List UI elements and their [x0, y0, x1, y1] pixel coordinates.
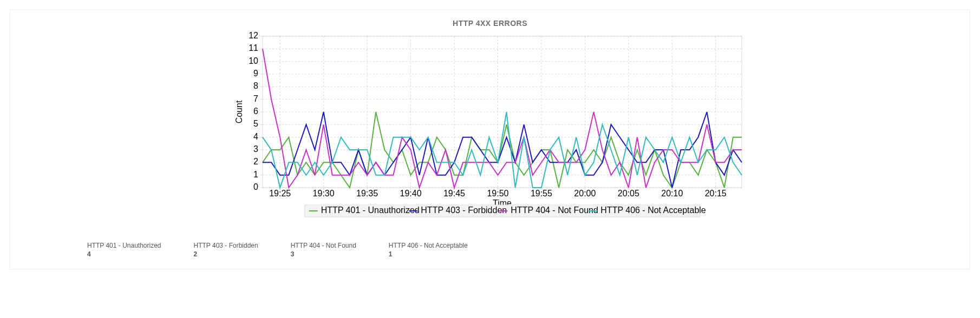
y-tick-label: 7 [253, 94, 258, 103]
x-tick-label: 19:30 [313, 189, 335, 198]
chart-container: 012345678910111219:2519:3019:3519:4019:4… [233, 32, 747, 227]
y-tick-label: 5 [253, 119, 258, 128]
y-tick-label: 6 [253, 107, 258, 116]
summary-stat-label: HTTP 406 - Not Acceptable [389, 242, 468, 249]
summary-stat-label: HTTP 404 - Not Found [291, 242, 356, 249]
summary-stat-value: 3 [291, 250, 356, 258]
summary-stat: HTTP 406 - Not Acceptable1 [389, 242, 468, 258]
legend-label[interactable]: HTTP 406 - Not Acceptable [600, 206, 706, 215]
legend-label[interactable]: HTTP 401 - Unauthorized [321, 206, 420, 215]
y-tick-label: 3 [253, 144, 258, 154]
y-tick-label: 11 [249, 43, 258, 52]
x-tick-label: 19:25 [269, 189, 291, 198]
x-tick-label: 20:00 [574, 189, 596, 198]
y-tick-label: 12 [249, 32, 258, 40]
chart-panel: HTTP 4XX ERRORS 012345678910111219:2519:… [10, 10, 970, 269]
chart-title: HTTP 4XX ERRORS [17, 19, 963, 28]
y-tick-label: 9 [253, 69, 258, 78]
y-axis-label: Count [234, 100, 244, 123]
y-tick-label: 1 [253, 170, 258, 179]
y-tick-label: 10 [249, 56, 258, 65]
x-tick-label: 19:40 [400, 189, 422, 198]
x-tick-label: 20:15 [705, 189, 727, 198]
x-tick-label: 19:35 [356, 189, 378, 198]
line-chart: 012345678910111219:2519:3019:3519:4019:4… [233, 32, 747, 227]
summary-stat: HTTP 401 - Unauthorized4 [87, 242, 161, 258]
x-tick-label: 19:50 [487, 189, 508, 198]
x-tick-label: 20:10 [661, 189, 683, 198]
summary-stat-value: 4 [87, 250, 161, 258]
legend-label[interactable]: HTTP 404 - Not Found [511, 206, 598, 215]
summary-stat: HTTP 404 - Not Found3 [291, 242, 356, 258]
y-tick-label: 4 [253, 132, 258, 141]
summary-stat-value: 2 [194, 250, 258, 258]
x-tick-label: 19:45 [443, 189, 465, 198]
summary-stats-row: HTTP 401 - Unauthorized4HTTP 403 - Forbi… [17, 236, 963, 258]
x-tick-label: 20:05 [618, 189, 639, 198]
summary-stat: HTTP 403 - Forbidden2 [194, 242, 258, 258]
legend-label[interactable]: HTTP 403 - Forbidden [421, 206, 507, 215]
summary-stat-value: 1 [389, 250, 468, 258]
y-tick-label: 0 [253, 182, 258, 191]
summary-stat-label: HTTP 401 - Unauthorized [87, 242, 161, 249]
y-tick-label: 2 [253, 157, 258, 166]
x-tick-label: 19:55 [531, 189, 552, 198]
y-tick-label: 8 [253, 81, 258, 90]
summary-stat-label: HTTP 403 - Forbidden [194, 242, 258, 249]
